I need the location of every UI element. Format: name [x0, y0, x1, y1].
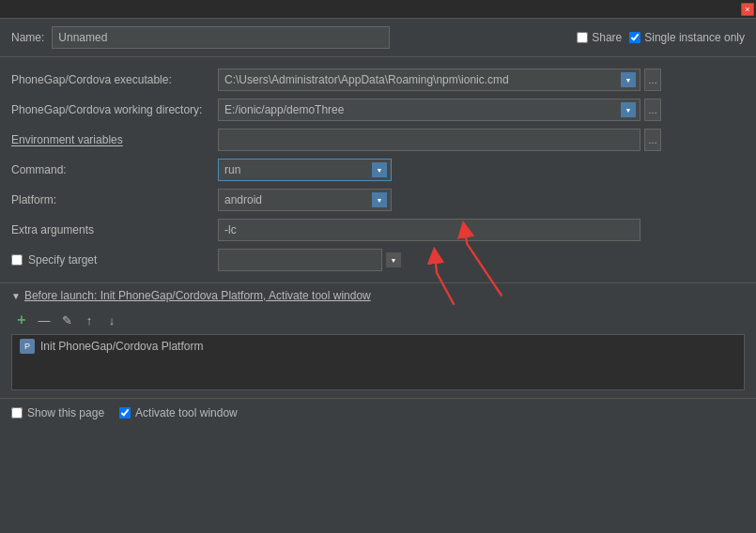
name-input[interactable] [52, 26, 390, 49]
activate-tool-window-area: Activate tool window [119, 406, 238, 419]
platform-dropdown[interactable]: android [218, 189, 392, 211]
share-area: Share [577, 31, 622, 44]
add-launch-button[interactable]: + [11, 310, 32, 330]
command-dropdown[interactable]: run [218, 159, 392, 181]
specify-target-dropdown-arrow[interactable] [386, 252, 401, 267]
env-vars-label: Environment variables [11, 133, 218, 146]
executable-dropdown-arrow[interactable] [621, 72, 636, 87]
before-launch-text: Before launch: Init PhoneGap/Cordova Pla… [24, 289, 371, 302]
extra-args-control [218, 219, 745, 241]
env-vars-input[interactable] [218, 129, 640, 151]
specify-target-checkbox[interactable] [11, 254, 23, 266]
working-dir-value: E:/ionic/app/demoThree [223, 103, 621, 116]
launch-list: P Init PhoneGap/Cordova Platform [11, 334, 745, 390]
launch-item-icon: P [20, 339, 35, 354]
command-value: run [223, 163, 372, 176]
executable-more-button[interactable]: … [644, 69, 661, 91]
before-launch-header: ▼ Before launch: Init PhoneGap/Cordova P… [11, 289, 745, 302]
close-icon: × [745, 5, 749, 14]
platform-control: android [218, 189, 745, 211]
single-instance-label: Single instance only [644, 31, 745, 44]
working-dir-label: PhoneGap/Cordova working directory: [11, 103, 218, 116]
command-control: run [218, 159, 745, 181]
platform-label: Platform: [11, 193, 218, 206]
toolbar-row: + — ✎ ↑ ↓ [11, 308, 745, 334]
env-vars-more-button[interactable]: … [644, 129, 661, 151]
header-row: Name: Share Single instance only [0, 19, 756, 57]
up-launch-button[interactable]: ↑ [79, 310, 100, 330]
extra-args-input[interactable] [218, 219, 640, 241]
down-launch-button[interactable]: ↓ [101, 310, 122, 330]
specify-target-input[interactable] [218, 249, 382, 271]
single-instance-area: Single instance only [629, 31, 745, 44]
footer-row: Show this page Activate tool window [0, 398, 756, 427]
platform-dropdown-arrow[interactable] [372, 192, 387, 207]
env-vars-control: … [218, 129, 745, 151]
command-row: Command: run [0, 155, 756, 185]
working-dir-control: E:/ionic/app/demoThree … [218, 99, 745, 121]
command-dropdown-arrow[interactable] [372, 162, 387, 177]
close-button[interactable]: × [741, 3, 754, 16]
edit-launch-button[interactable]: ✎ [56, 310, 77, 330]
extra-args-row: Extra arguments [0, 215, 756, 245]
single-instance-checkbox[interactable] [629, 32, 640, 43]
env-vars-row: Environment variables … [0, 125, 756, 155]
share-label: Share [592, 31, 622, 44]
activate-tool-window-label: Activate tool window [135, 406, 238, 419]
executable-row: PhoneGap/Cordova executable: C:\Users\Ad… [0, 65, 756, 95]
show-page-checkbox[interactable] [11, 407, 23, 419]
platform-value: android [223, 193, 372, 206]
executable-dropdown[interactable]: C:\Users\Administrator\AppData\Roaming\n… [218, 69, 640, 91]
command-label: Command: [11, 163, 218, 176]
activate-tool-window-checkbox[interactable] [119, 407, 131, 419]
specify-target-input-area [218, 249, 745, 271]
show-page-label: Show this page [27, 406, 104, 419]
specify-target-label-area: Specify target [11, 253, 218, 266]
executable-label: PhoneGap/Cordova executable: [11, 73, 218, 86]
share-checkbox[interactable] [577, 32, 588, 43]
working-dir-row: PhoneGap/Cordova working directory: E:/i… [0, 95, 756, 125]
executable-control: C:\Users\Administrator\AppData\Roaming\n… [218, 69, 745, 91]
show-page-area: Show this page [11, 406, 104, 419]
remove-launch-button[interactable]: — [34, 310, 54, 330]
main-wrapper: PhoneGap/Cordova executable: C:\Users\Ad… [0, 57, 756, 533]
before-launch-label: Before launch: Init PhoneGap/Cordova Pla… [24, 289, 371, 302]
specify-target-row: Specify target [0, 245, 756, 275]
launch-item-label: Init PhoneGap/Cordova Platform [40, 340, 203, 353]
before-launch-section: ▼ Before launch: Init PhoneGap/Cordova P… [0, 282, 756, 398]
working-dir-dropdown[interactable]: E:/ionic/app/demoThree [218, 99, 640, 121]
title-bar: × [0, 0, 756, 19]
dialog: Name: Share Single instance only PhoneGa… [0, 19, 756, 533]
name-label: Name: [11, 31, 44, 44]
working-dir-dropdown-arrow[interactable] [621, 102, 636, 117]
list-item[interactable]: P Init PhoneGap/Cordova Platform [12, 335, 744, 358]
collapse-arrow-icon[interactable]: ▼ [11, 291, 21, 301]
extra-args-label: Extra arguments [11, 223, 218, 236]
content-area: PhoneGap/Cordova executable: C:\Users\Ad… [0, 57, 756, 282]
specify-target-label: Specify target [28, 253, 97, 266]
platform-row: Platform: android [0, 185, 756, 215]
working-dir-more-button[interactable]: … [644, 99, 661, 121]
executable-value: C:\Users\Administrator\AppData\Roaming\n… [223, 73, 621, 86]
